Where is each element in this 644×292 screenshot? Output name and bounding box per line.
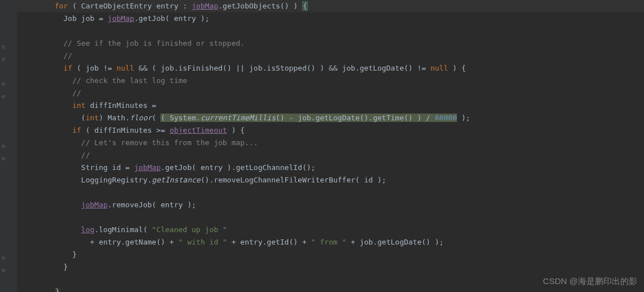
code-line[interactable]: Job job = jobMap.getJob( entry ); [17,12,644,25]
code-line[interactable]: // [17,149,644,162]
fold-icon[interactable]: ⊖ [2,44,7,50]
code-line[interactable]: jobMap.removeJob( entry ); [17,199,644,211]
fold-icon[interactable]: ⊖ [2,255,7,261]
code-line[interactable] [17,273,644,286]
fold-icon[interactable]: ⊖ [2,56,7,62]
code-line[interactable]: // [17,87,644,99]
code-line[interactable] [17,211,644,224]
code-line[interactable] [17,186,644,199]
code-line[interactable]: int diffInMinutes = [17,99,644,112]
fold-icon[interactable]: ⊖ [2,94,7,99]
code-line[interactable]: // See if the job is finished or stopped… [17,37,644,50]
code-line[interactable]: String id = jobMap.getJob( entry ).getLo… [17,162,644,174]
fold-icon[interactable]: ⊖ [2,268,7,273]
code-line[interactable]: } [17,249,644,261]
code-line[interactable]: if ( diffInMinutes >= objectTimeout ) { [17,124,644,137]
code-line[interactable]: // [17,50,644,62]
fold-icon[interactable]: ⊖ [2,81,7,87]
code-line[interactable]: log.logMinimal( "Cleaned up job " [17,224,644,236]
code-line[interactable] [17,25,644,37]
code-line[interactable]: if ( job != null && ( job.isFinished() |… [17,62,644,75]
code-line[interactable]: } [17,286,644,292]
gutter[interactable]: ⊖⊖⊖⊖⊖⊖⊖⊖ [0,0,17,292]
code-line[interactable]: (int) Math.floor( ( System.currentTimeMi… [17,112,644,124]
code-line[interactable]: + entry.getName() + " with id " + entry.… [17,236,644,249]
code-area[interactable]: for ( CarteObjectEntry entry : jobMap.ge… [17,0,644,292]
code-line[interactable]: } [17,261,644,273]
code-line[interactable]: LoggingRegistry.getInstance().removeLogC… [17,174,644,186]
code-line[interactable]: // Let's remove this from the job map... [17,137,644,149]
code-line[interactable]: for ( CarteObjectEntry entry : jobMap.ge… [17,0,644,12]
code-line[interactable]: // check the last log time [17,75,644,87]
code-editor[interactable]: ⊖⊖⊖⊖⊖⊖⊖⊖ for ( CarteObjectEntry entry : … [0,0,644,292]
fold-icon[interactable]: ⊖ [2,143,7,149]
fold-icon[interactable]: ⊖ [2,156,7,162]
